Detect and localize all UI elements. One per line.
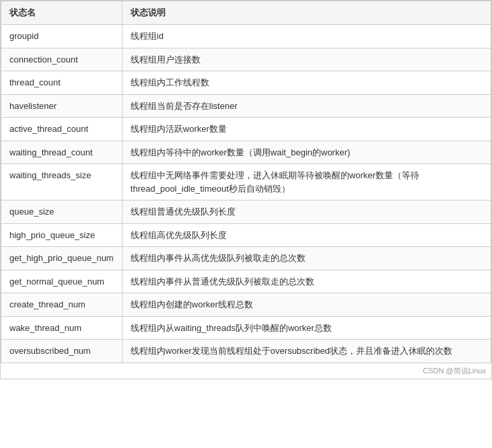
table-row: create_thread_num线程组内创建的worker线程总数 [1,293,491,317]
status-desc-cell: 线程组内创建的worker线程总数 [122,293,491,317]
table-body: groupid线程组idconnection_count线程组用户连接数thre… [1,25,491,363]
status-name-cell: queue_size [1,200,122,224]
table-row: wake_thread_num线程组内从waiting_threads队列中唤醒… [1,316,491,340]
status-desc-cell: 线程组内从waiting_threads队列中唤醒的worker总数 [122,316,491,340]
status-name-cell: havelistener [1,94,122,118]
status-desc-cell: 线程组内worker发现当前线程组处于oversubscribed状态，并且准备… [122,340,491,363]
status-table: 状态名 状态说明 groupid线程组idconnection_count线程组… [1,1,491,363]
status-desc-cell: 线程组用户连接数 [122,48,491,71]
table-row: waiting_thread_count线程组内等待中的worker数量（调用w… [1,141,491,164]
col-header-desc: 状态说明 [122,1,491,25]
status-name-cell: connection_count [1,48,122,71]
status-desc-cell: 线程组内事件从高优先级队列被取走的总次数 [122,247,491,270]
status-name-cell: get_high_prio_queue_num [1,247,122,270]
col-header-name: 状态名 [1,1,122,25]
table-row: waiting_threads_size线程组中无网络事件需要处理，进入休眠期等… [1,164,491,200]
table-row: groupid线程组id [1,25,491,48]
table-header-row: 状态名 状态说明 [1,1,491,25]
status-name-cell: active_thread_count [1,118,122,141]
status-name-cell: get_normal_queue_num [1,270,122,293]
table-row: get_normal_queue_num线程组内事件从普通优先级队列被取走的总次… [1,270,491,293]
table-row: havelistener线程组当前是否存在listener [1,94,491,118]
status-desc-cell: 线程组当前是否存在listener [122,94,491,118]
table-row: get_high_prio_queue_num线程组内事件从高优先级队列被取走的… [1,247,491,270]
status-name-cell: thread_count [1,71,122,95]
status-name-cell: oversubscribed_num [1,340,122,363]
status-desc-cell: 线程组内工作线程数 [122,71,491,95]
status-name-cell: wake_thread_num [1,316,122,340]
watermark: CSDN @简说Linux [1,363,491,379]
table-row: oversubscribed_num线程组内worker发现当前线程组处于ove… [1,340,491,363]
table-row: queue_size线程组普通优先级队列长度 [1,200,491,224]
status-name-cell: high_prio_queue_size [1,223,122,247]
status-desc-cell: 线程组内事件从普通优先级队列被取走的总次数 [122,270,491,293]
status-name-cell: create_thread_num [1,293,122,317]
status-name-cell: waiting_threads_size [1,164,122,200]
table-row: high_prio_queue_size线程组高优先级队列长度 [1,223,491,247]
table-row: connection_count线程组用户连接数 [1,48,491,71]
status-desc-cell: 线程组中无网络事件需要处理，进入休眠期等待被唤醒的worker数量（等待thre… [122,164,491,200]
status-desc-cell: 线程组高优先级队列长度 [122,223,491,247]
table-row: thread_count线程组内工作线程数 [1,71,491,95]
status-desc-cell: 线程组id [122,25,491,48]
status-name-cell: groupid [1,25,122,48]
table-row: active_thread_count线程组内活跃worker数量 [1,118,491,141]
status-desc-cell: 线程组内活跃worker数量 [122,118,491,141]
status-desc-cell: 线程组普通优先级队列长度 [122,200,491,224]
main-table-container: 状态名 状态说明 groupid线程组idconnection_count线程组… [0,0,492,379]
status-name-cell: waiting_thread_count [1,141,122,164]
status-desc-cell: 线程组内等待中的worker数量（调用wait_begin的worker) [122,141,491,164]
